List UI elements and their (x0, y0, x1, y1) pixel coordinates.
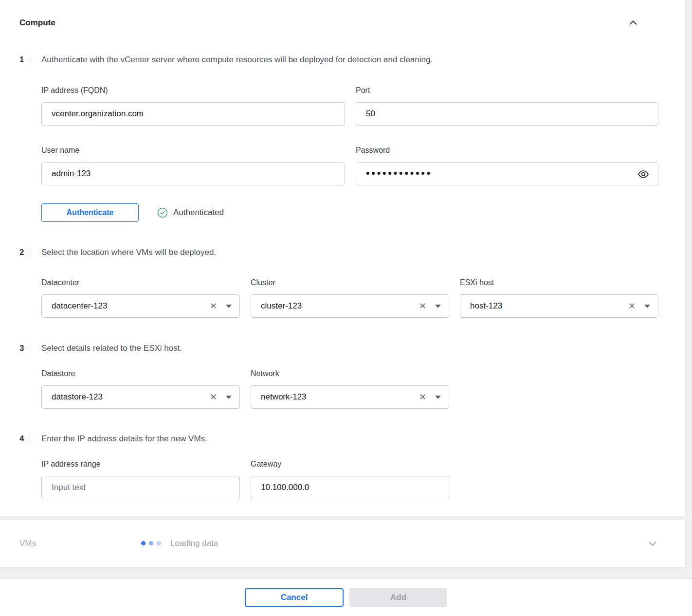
port-label: Port (356, 86, 658, 96)
esxi-host-label: ESXi host (460, 278, 658, 288)
footer-action-bar: Cancel Add (0, 579, 692, 616)
step-number: 2 (19, 248, 26, 257)
section-gap (0, 516, 692, 520)
esxi-host-value: host-123 (470, 301, 628, 311)
step-number: 3 (19, 344, 26, 353)
password-masked-value: •••••••••••• (356, 163, 658, 184)
password-input[interactable]: •••••••••••• (356, 162, 658, 185)
datacenter-field-group: Datacenter datacenter-123 ✕ (41, 278, 240, 318)
datacenter-label: Datacenter (41, 278, 240, 288)
network-select[interactable]: network-123 ✕ (251, 385, 449, 409)
step-1: 1 Authenticate with the vCenter server w… (19, 54, 666, 65)
vms-section-header[interactable]: VMs Loading data (0, 520, 685, 567)
ip-address-input[interactable] (41, 102, 345, 126)
step-description: Authenticate with the vCenter server whe… (41, 55, 433, 65)
port-field-group: Port (356, 86, 658, 126)
cluster-field-group: Cluster cluster-123 ✕ (251, 278, 449, 318)
gateway-field-group: Gateway (251, 460, 449, 499)
datastore-value: datastore-123 (52, 392, 210, 402)
datastore-field-group: Datastore datastore-123 ✕ (41, 369, 240, 409)
caret-down-icon[interactable] (226, 305, 232, 308)
auth-fields: IP address (FQDN) Port User name Passwor… (41, 86, 666, 185)
add-button[interactable]: Add (349, 588, 447, 607)
network-field-group: Network network-123 ✕ (251, 369, 449, 409)
password-field-group: Password •••••••••••• (356, 146, 658, 185)
step-3: 3 Select details related to the ESXi hos… (19, 343, 666, 354)
ip-range-input[interactable] (41, 476, 240, 499)
esxi-host-select[interactable]: host-123 ✕ (460, 294, 658, 318)
cluster-value: cluster-123 (261, 301, 419, 311)
step-divider (31, 435, 31, 444)
ip-address-field-group: IP address (FQDN) (41, 86, 345, 126)
loading-text: Loading data (170, 539, 218, 548)
clear-icon[interactable]: ✕ (419, 302, 426, 310)
caret-down-icon[interactable] (226, 396, 232, 399)
authenticate-row: Authenticate Authenticated (41, 203, 666, 222)
clear-icon[interactable]: ✕ (210, 302, 217, 310)
step-description: Select details related to the ESXi host. (41, 344, 182, 353)
username-label: User name (41, 146, 345, 156)
clear-icon[interactable]: ✕ (628, 302, 636, 310)
location-fields: Datacenter datacenter-123 ✕ Cluster clus… (41, 278, 666, 318)
datastore-select[interactable]: datastore-123 ✕ (41, 385, 240, 409)
authenticate-button[interactable]: Authenticate (41, 203, 139, 222)
loading-dot (149, 541, 153, 545)
section-gap (0, 567, 692, 579)
username-field-group: User name (41, 146, 345, 185)
ip-range-field-group: IP address range (41, 460, 240, 499)
network-value: network-123 (261, 392, 419, 402)
authenticated-status-text: Authenticated (173, 208, 224, 217)
clear-icon[interactable]: ✕ (419, 393, 426, 401)
compute-header: Compute (19, 18, 666, 28)
step-2: 2 Select the location where VMs will be … (19, 247, 666, 258)
cluster-select[interactable]: cluster-123 ✕ (251, 294, 449, 318)
step-description: Select the location where VMs will be de… (41, 248, 216, 257)
step-number: 1 (19, 55, 26, 65)
check-circle-icon (157, 207, 168, 218)
datastore-label: Datastore (41, 369, 240, 379)
gateway-label: Gateway (251, 460, 449, 470)
step-divider (31, 344, 31, 353)
cluster-label: Cluster (251, 278, 449, 288)
step-number: 4 (19, 434, 26, 444)
section-title: Compute (19, 18, 55, 28)
datacenter-value: datacenter-123 (52, 301, 210, 311)
caret-down-icon[interactable] (435, 305, 441, 308)
username-input[interactable] (41, 162, 345, 185)
network-label: Network (251, 369, 449, 379)
esxi-host-field-group: ESXi host host-123 ✕ (460, 278, 658, 318)
step-divider (31, 55, 31, 65)
ip-detail-fields: IP address range Gateway (41, 460, 666, 499)
ip-address-label: IP address (FQDN) (41, 86, 345, 96)
ip-range-label: IP address range (41, 460, 240, 470)
show-password-eye-icon[interactable] (637, 168, 649, 180)
step-4: 4 Enter the IP address details for the n… (19, 434, 666, 444)
authenticated-status: Authenticated (157, 207, 224, 218)
caret-down-icon[interactable] (435, 396, 441, 399)
compute-section: Compute 1 Authenticate with the vCenter … (0, 0, 685, 516)
loading-dot (141, 541, 146, 545)
expand-chevron-down-icon[interactable] (647, 538, 658, 549)
host-detail-fields: Datastore datastore-123 ✕ Network networ… (41, 369, 666, 409)
port-input[interactable] (356, 102, 658, 126)
vms-section-title: VMs (19, 539, 141, 548)
caret-down-icon[interactable] (644, 305, 650, 308)
step-divider (31, 248, 31, 257)
step-description: Enter the IP address details for the new… (41, 434, 207, 444)
cancel-button[interactable]: Cancel (245, 588, 344, 607)
loading-dot (157, 541, 161, 545)
datacenter-select[interactable]: datacenter-123 ✕ (41, 294, 240, 318)
gateway-input[interactable] (251, 476, 449, 499)
collapse-chevron-up-icon[interactable] (628, 18, 638, 28)
password-label: Password (356, 146, 658, 156)
clear-icon[interactable]: ✕ (210, 393, 217, 401)
loading-indicator: Loading data (141, 539, 218, 548)
